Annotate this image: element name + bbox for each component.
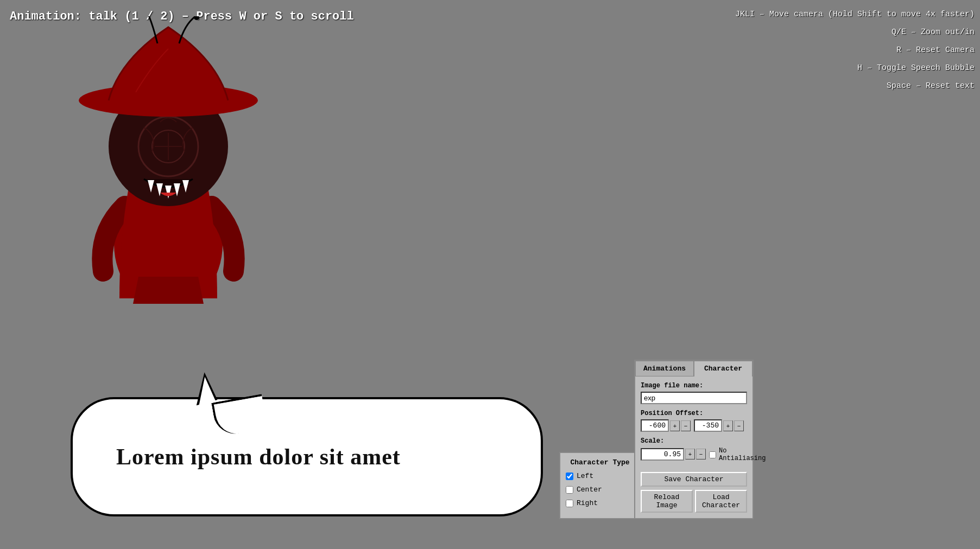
speech-bubble-text: Lorem ipsum dolor sit amet xyxy=(116,444,401,470)
speech-bubble: Lorem ipsum dolor sit amet xyxy=(71,397,543,516)
center-checkbox[interactable] xyxy=(566,486,573,494)
help-line-2: Q/E – Zoom out/in xyxy=(735,23,975,41)
offset-x-minus[interactable]: − xyxy=(681,420,691,431)
no-antialiasing-row[interactable]: No Antialiasing xyxy=(709,447,766,462)
left-label: Left xyxy=(577,472,593,480)
center-label: Center xyxy=(577,486,602,494)
character-type-panel: Character Type Left Center Right xyxy=(559,452,641,519)
offset-y-minus[interactable]: − xyxy=(734,420,744,431)
char-type-title: Character Type xyxy=(566,458,634,467)
scale-value[interactable]: 0.95 xyxy=(641,448,684,461)
no-antialiasing-label: No Antialiasing xyxy=(719,447,766,462)
tab-bar: Animations Character xyxy=(635,361,753,376)
offset-y-spinner: -350 + − xyxy=(694,419,744,432)
help-line-3: R – Reset Camera xyxy=(735,41,975,59)
help-line-1: JKLI – Move camera (Hold Shift to move 4… xyxy=(735,5,975,23)
tab-animations[interactable]: Animations xyxy=(635,361,694,376)
char-type-right[interactable]: Right xyxy=(566,499,634,507)
svg-point-11 xyxy=(194,16,199,20)
char-type-center[interactable]: Center xyxy=(566,486,634,494)
help-line-4: H – Toggle Speech Bubble xyxy=(735,59,975,77)
left-checkbox[interactable] xyxy=(566,473,573,480)
scale-plus[interactable]: + xyxy=(685,449,695,459)
char-type-left[interactable]: Left xyxy=(566,472,634,480)
character-illustration xyxy=(54,16,299,298)
offset-x-value[interactable]: -600 xyxy=(641,419,669,432)
offset-row: -600 + − -350 + − xyxy=(641,419,747,437)
panel-content: Image file name: Position Offset: -600 +… xyxy=(635,376,753,518)
offset-x-plus[interactable]: + xyxy=(670,420,680,431)
offset-y-value[interactable]: -350 xyxy=(694,419,722,432)
offset-y-plus[interactable]: + xyxy=(723,420,733,431)
right-checkbox[interactable] xyxy=(566,500,573,507)
help-line-5: Space – Reset text xyxy=(735,77,975,95)
bottom-button-row: Reload Image Load Character xyxy=(641,490,747,513)
offset-x-spinner: -600 + − xyxy=(641,419,691,432)
no-antialiasing-checkbox[interactable] xyxy=(709,451,716,458)
right-panel: Animations Character Image file name: Po… xyxy=(634,360,754,519)
help-text-block: JKLI – Move camera (Hold Shift to move 4… xyxy=(735,5,975,95)
reload-image-button[interactable]: Reload Image xyxy=(641,490,693,513)
position-offset-label: Position Offset: xyxy=(641,410,747,417)
scale-label: Scale: xyxy=(641,437,747,445)
scale-spinner: 0.95 + − xyxy=(641,448,706,461)
tab-character[interactable]: Character xyxy=(694,361,753,376)
save-character-button[interactable]: Save Character xyxy=(641,472,747,487)
image-file-label: Image file name: xyxy=(641,382,747,390)
load-character-button[interactable]: Load Character xyxy=(695,490,747,513)
image-file-input[interactable] xyxy=(641,392,747,404)
character-svg xyxy=(54,16,282,304)
scale-minus[interactable]: − xyxy=(696,449,706,459)
right-label: Right xyxy=(577,499,598,507)
